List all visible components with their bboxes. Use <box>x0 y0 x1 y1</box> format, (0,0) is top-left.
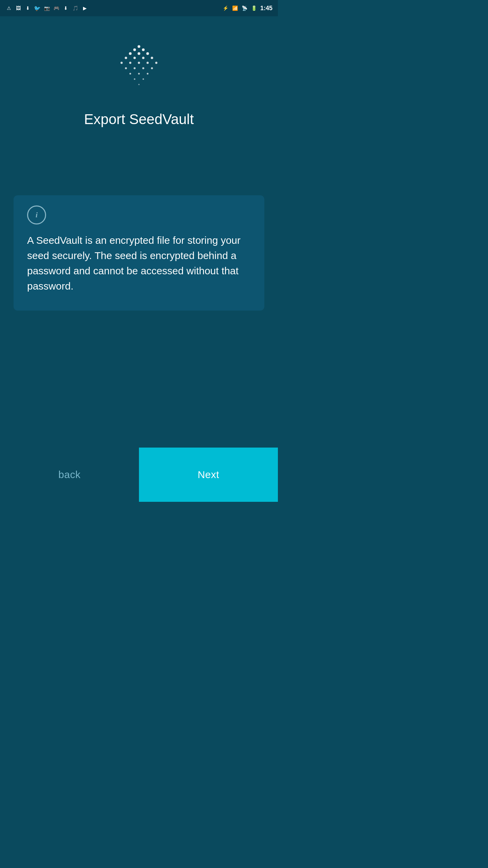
svg-point-18 <box>151 67 153 69</box>
svg-point-2 <box>142 48 145 51</box>
back-button[interactable]: back <box>0 448 139 502</box>
download2-icon: ⬇ <box>62 5 69 12</box>
gamepad-icon: 🎮 <box>53 5 60 12</box>
svg-point-3 <box>129 52 131 55</box>
bottom-buttons: back Next <box>0 448 278 502</box>
warning-icon: ⚠ <box>5 5 12 12</box>
image-icon: 🖼 <box>15 5 22 12</box>
svg-point-23 <box>143 78 144 80</box>
svg-point-22 <box>134 78 135 80</box>
info-description: A SeedVault is an encrypted file for sto… <box>27 233 251 294</box>
status-bar-left: ⚠ 🖼 ⬇ 🐦 📷 🎮 ⬇ 🎵 ▶ <box>5 5 88 12</box>
status-bar: ⚠ 🖼 ⬇ 🐦 📷 🎮 ⬇ 🎵 ▶ ⚡ 📶 📡 🔋 1:45 <box>0 0 278 16</box>
svg-point-17 <box>142 67 144 69</box>
info-card: A SeedVault is an encrypted file for sto… <box>14 195 264 311</box>
app-logo <box>108 37 169 98</box>
svg-point-4 <box>138 52 140 55</box>
main-content: Export SeedVault A SeedVault is an encry… <box>0 16 278 468</box>
svg-point-11 <box>129 62 131 64</box>
status-time: 1:45 <box>260 5 272 12</box>
status-bar-right: ⚡ 📶 📡 🔋 1:45 <box>222 5 272 12</box>
svg-point-10 <box>121 62 123 64</box>
svg-point-9 <box>151 57 153 59</box>
page-title: Export SeedVault <box>84 111 194 127</box>
bluetooth-icon: ⚡ <box>222 5 229 12</box>
svg-point-15 <box>125 67 127 69</box>
forward-icon: ▶ <box>81 5 88 12</box>
svg-point-6 <box>125 57 127 59</box>
svg-point-1 <box>133 48 136 51</box>
svg-point-8 <box>142 57 144 59</box>
svg-point-5 <box>146 52 149 55</box>
svg-point-20 <box>138 73 140 75</box>
svg-point-21 <box>147 73 148 75</box>
battery-icon: 🔋 <box>251 5 258 12</box>
next-button[interactable]: Next <box>139 448 278 502</box>
twitter-icon: 🐦 <box>34 5 41 12</box>
svg-point-19 <box>129 73 131 75</box>
svg-point-14 <box>155 62 157 64</box>
svg-point-0 <box>138 45 140 48</box>
svg-point-24 <box>138 84 140 85</box>
camera-icon: 📷 <box>43 5 50 12</box>
signal-icon: 📶 <box>232 5 239 12</box>
svg-point-7 <box>134 57 136 59</box>
music-icon: 🎵 <box>72 5 79 12</box>
download-icon: ⬇ <box>24 5 31 12</box>
iota-logo-dots <box>112 40 166 94</box>
svg-point-12 <box>138 62 140 64</box>
svg-point-16 <box>134 67 136 69</box>
svg-point-13 <box>146 62 148 64</box>
wifi-icon: 📡 <box>241 5 248 12</box>
info-icon <box>27 205 46 224</box>
